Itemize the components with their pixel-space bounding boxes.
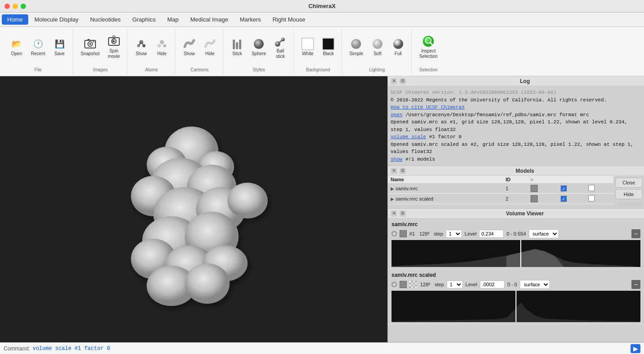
save-button[interactable]: 💾 Save <box>50 35 69 59</box>
svg-point-18 <box>275 41 280 47</box>
sphere-icon <box>252 38 265 50</box>
vol-2-radio[interactable] <box>392 282 397 287</box>
show-atoms-label: Show <box>135 51 147 57</box>
bg-white-label: White <box>302 51 313 57</box>
volume-settings-button[interactable]: ⚙ <box>400 210 406 217</box>
volume-close-button[interactable]: ✕ <box>391 210 397 217</box>
svg-point-21 <box>373 39 383 49</box>
color-swatch-1[interactable] <box>531 185 538 192</box>
vol-2-level-input[interactable] <box>480 280 505 288</box>
models-action-buttons: Close Hide <box>614 176 644 208</box>
vol-2-color-swatch[interactable] <box>400 281 407 288</box>
svg-point-2 <box>89 43 91 45</box>
model-extra-1[interactable] <box>586 184 614 194</box>
hide-model-button[interactable]: Hide <box>615 189 642 199</box>
titlebar-window-controls[interactable] <box>4 4 26 9</box>
bg-black-button[interactable]: Black <box>319 35 338 59</box>
vol-2-collapse-button[interactable]: − <box>631 280 640 289</box>
table-row[interactable]: ▶ samiv.mrc scaled 2 ✓ <box>388 194 614 204</box>
vol-1-color-swatch[interactable] <box>400 230 407 237</box>
command-input[interactable] <box>33 345 628 352</box>
snapshot-icon <box>84 38 96 50</box>
vol-1-style-select[interactable]: surface mesh solid <box>529 229 559 238</box>
models-col-name: Name <box>388 176 503 184</box>
model-name-1: ▶ samiv.mrc <box>388 184 503 194</box>
log-cmd-2[interactable]: volume scale <box>391 134 426 140</box>
model-color-2[interactable] <box>528 194 558 204</box>
color-swatch-2[interactable] <box>531 195 538 202</box>
toolbar-group-images: Snapshot Spin movie Images <box>74 29 127 74</box>
maximize-window-button[interactable] <box>21 4 26 9</box>
bg-black-label: Black <box>323 51 334 57</box>
menubar: Home Molecule Display Nucleotides Graphi… <box>0 13 644 27</box>
hide-cartoons-button[interactable]: Hide <box>200 35 219 59</box>
ball-stick-label: Ball stick <box>276 48 285 59</box>
images-group-label: Images <box>93 66 108 72</box>
log-cmd-1[interactable]: open <box>391 112 402 118</box>
log-line-2: © 2016-2022 Regents of the University of… <box>391 96 641 104</box>
vol-2-style-select[interactable]: surface mesh solid <box>520 280 550 289</box>
hide-atoms-button[interactable]: Hide <box>152 35 171 59</box>
menu-item-home[interactable]: Home <box>2 14 28 25</box>
model-id-2: 2 <box>503 194 528 204</box>
open-button[interactable]: 📂 Open <box>7 35 26 59</box>
cite-link[interactable]: How to cite UCSF ChimeraX <box>391 105 465 110</box>
extra-checkbox-1[interactable] <box>588 185 595 191</box>
models-scrollbar[interactable] <box>615 203 642 206</box>
ball-stick-style-button[interactable]: Ball stick <box>271 33 290 61</box>
extra-checkbox-2[interactable] <box>588 195 595 201</box>
command-run-button[interactable]: ▶ <box>631 344 640 353</box>
minimize-window-button[interactable] <box>13 4 18 9</box>
lighting-soft-icon <box>371 38 384 50</box>
snapshot-button[interactable]: Snapshot <box>78 35 103 59</box>
bg-white-button[interactable]: White <box>298 35 317 59</box>
ball-stick-icon <box>274 35 287 48</box>
vol-1-radio[interactable] <box>392 231 397 236</box>
log-close-button[interactable]: ✕ <box>391 78 397 84</box>
viewport[interactable] <box>0 76 387 342</box>
models-content: Name ID ○ ▶ <box>388 176 644 208</box>
models-close-button[interactable]: ✕ <box>391 168 397 174</box>
vol-2-step-select[interactable]: 1 2 <box>447 280 463 288</box>
show-cartoons-button[interactable]: Show <box>180 35 199 59</box>
menu-item-graphics[interactable]: Graphics <box>127 14 161 25</box>
lighting-soft-button[interactable]: Soft <box>368 35 387 59</box>
toolbar-group-cartoons: Show Hide Cartoons <box>176 29 223 74</box>
expand-arrow-1[interactable]: ▶ <box>391 186 394 191</box>
sphere-style-button[interactable]: Sphere <box>248 35 269 59</box>
vol-1-level-input[interactable] <box>479 230 504 238</box>
inspect-button[interactable]: Inspect Selection <box>416 33 441 61</box>
lighting-simple-button[interactable]: Simple <box>346 35 366 59</box>
log-cmd-3[interactable]: show <box>391 157 402 162</box>
vol-1-collapse-button[interactable]: − <box>631 229 640 238</box>
vol-2-histogram[interactable] <box>392 291 640 322</box>
menu-item-markers[interactable]: Markers <box>235 14 266 25</box>
lighting-full-button[interactable]: Full <box>389 35 408 59</box>
close-window-button[interactable] <box>4 4 10 9</box>
log-line-4: open /Users/gracenye/Desktop/fmnsamiv/re… <box>391 111 641 119</box>
close-model-button[interactable]: Close <box>615 178 642 188</box>
menu-item-nucleotides[interactable]: Nucleotides <box>85 14 126 25</box>
menu-item-map[interactable]: Map <box>162 14 184 25</box>
command-label: Command: <box>4 345 30 352</box>
expand-arrow-2[interactable]: ▶ <box>391 197 394 201</box>
table-row[interactable]: ▶ samiv.mrc 1 ✓ <box>388 184 614 194</box>
vol-1-histogram[interactable] <box>392 240 640 267</box>
menu-item-right-mouse[interactable]: Right Mouse <box>267 14 311 25</box>
menu-item-medical-image[interactable]: Medical Image <box>185 14 234 25</box>
log-settings-button[interactable]: ⚙ <box>400 78 406 84</box>
visible-checkbox-1[interactable]: ✓ <box>561 185 567 192</box>
log-line-5: Opened samiv.mrc as #1, grid size 128,12… <box>391 118 641 133</box>
vol-1-step-select[interactable]: 1 2 <box>446 230 462 238</box>
menu-item-molecule-display[interactable]: Molecule Display <box>29 14 84 25</box>
model-color-1[interactable] <box>528 184 558 194</box>
model-vis-1[interactable]: ✓ <box>558 184 586 194</box>
model-vis-2[interactable]: ✓ <box>558 194 586 204</box>
show-atoms-button[interactable]: Show <box>132 35 151 59</box>
spin-movie-button[interactable]: Spin movie <box>104 33 123 61</box>
models-settings-button[interactable]: ⚙ <box>400 168 406 174</box>
stick-style-button[interactable]: Stick <box>228 35 247 59</box>
model-extra-2[interactable] <box>586 194 614 204</box>
visible-checkbox-2[interactable]: ✓ <box>561 196 567 202</box>
recent-button[interactable]: 🕐 Recent <box>28 35 48 59</box>
